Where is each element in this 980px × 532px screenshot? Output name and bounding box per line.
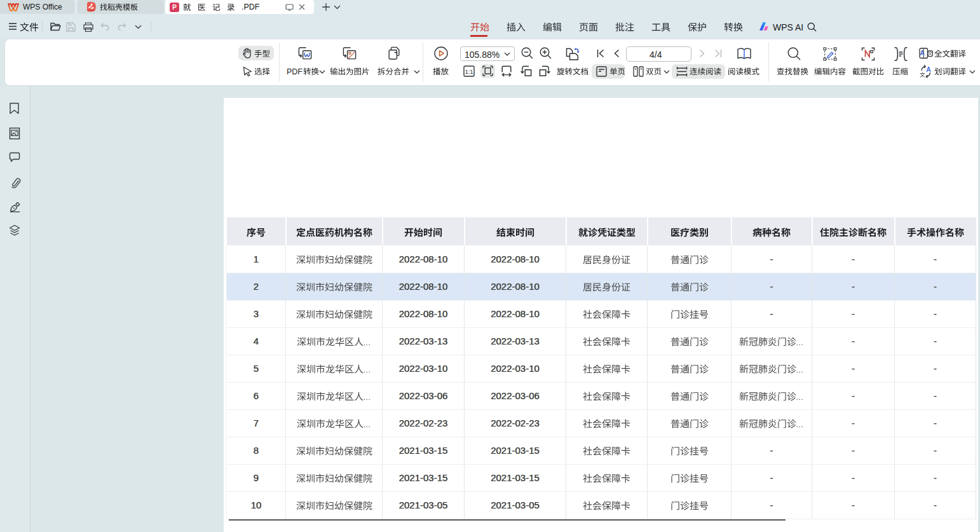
svg-text:1:1: 1:1 [465, 68, 473, 75]
svg-text:A: A [926, 66, 930, 73]
svg-text:P: P [172, 3, 177, 11]
svg-text:A: A [920, 50, 924, 57]
